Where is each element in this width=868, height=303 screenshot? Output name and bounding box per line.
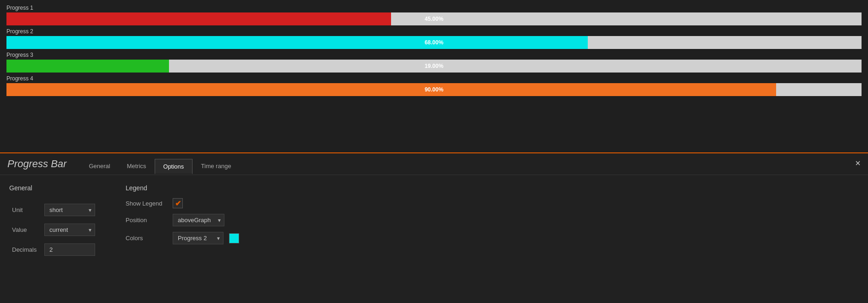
check-icon: ✔ [175, 199, 181, 208]
show-legend-checkbox[interactable]: ✔ [173, 198, 183, 208]
tab-general[interactable]: General [80, 159, 118, 174]
colors-series-select[interactable]: Progress 2 [173, 232, 223, 244]
show-legend-row: Show Legend ✔ [126, 198, 273, 208]
progress-fill-4 [6, 83, 776, 96]
position-select[interactable]: aboveGraph [173, 214, 224, 226]
progress-track-4: 90.00% [6, 83, 862, 96]
progress-label-2: Progress 2 [6, 28, 862, 35]
close-button[interactable]: × [855, 158, 861, 169]
unit-label: Unit [9, 202, 42, 218]
legend-section: Legend Show Legend ✔ Position aboveGraph… [126, 184, 273, 261]
tab-options[interactable]: Options [155, 159, 193, 174]
progress-track-2: 68.00% [6, 36, 862, 49]
decimals-row: Decimals [9, 242, 98, 258]
progress-group-4: Progress 490.00% [6, 75, 862, 96]
tab-time-range[interactable]: Time range [193, 159, 239, 174]
progress-label-3: Progress 3 [6, 52, 862, 58]
panel-header: Progress Bar General Metrics Options Tim… [0, 153, 868, 175]
position-row: Position aboveGraph [126, 214, 273, 226]
progress-group-2: Progress 268.00% [6, 28, 862, 49]
value-label: Value [9, 222, 42, 238]
progress-label-1: Progress 1 [6, 5, 862, 11]
progress-label-4: Progress 4 [6, 75, 862, 82]
tab-metrics[interactable]: Metrics [119, 159, 155, 174]
color-swatch[interactable] [229, 233, 239, 243]
colors-label: Colors [126, 235, 167, 242]
panel-title: Progress Bar [7, 158, 66, 175]
position-select-wrap: aboveGraph [173, 214, 224, 226]
progress-fill-3 [6, 60, 169, 73]
general-form: Unit short Value curren [9, 198, 98, 261]
decimals-input[interactable] [44, 243, 95, 256]
legend-section-title: Legend [126, 184, 273, 192]
value-select-wrap: current [44, 224, 95, 236]
chart-area: Progress 145.00%Progress 268.00%Progress… [0, 0, 868, 152]
show-legend-label: Show Legend [126, 200, 167, 207]
decimals-label: Decimals [9, 242, 42, 258]
unit-select-wrap: short [44, 204, 95, 216]
colors-series-select-wrap: Progress 2 [173, 232, 223, 244]
general-section: General Unit short Value [9, 184, 98, 261]
progress-fill-2 [6, 36, 588, 49]
bottom-panel: Progress Bar General Metrics Options Tim… [0, 152, 868, 303]
value-select[interactable]: current [44, 224, 95, 236]
progress-group-3: Progress 319.00% [6, 52, 862, 73]
panel-content: General Unit short Value [0, 175, 868, 271]
progress-track-3: 19.00% [6, 60, 862, 73]
position-label: Position [126, 217, 167, 224]
progress-fill-1 [6, 12, 391, 25]
progress-group-1: Progress 145.00% [6, 5, 862, 25]
colors-row: Colors Progress 2 [126, 232, 273, 244]
unit-row: Unit short [9, 202, 98, 218]
general-section-title: General [9, 184, 98, 192]
value-row: Value current [9, 222, 98, 238]
unit-select[interactable]: short [44, 204, 95, 216]
progress-track-1: 45.00% [6, 12, 862, 25]
